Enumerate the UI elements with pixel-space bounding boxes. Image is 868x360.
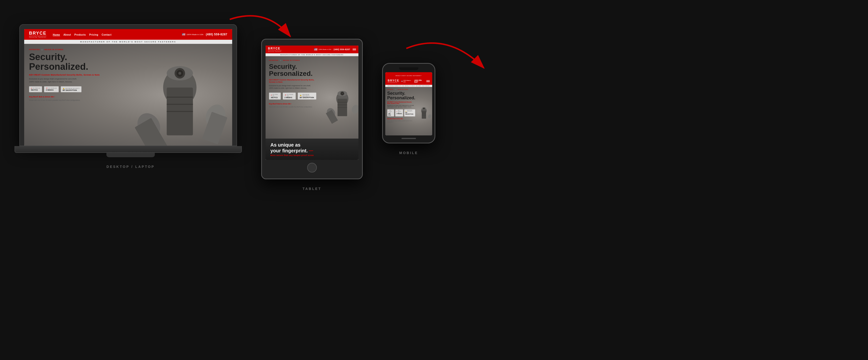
hero-badge: PATENTED | NEVER IN STORES — [29, 49, 138, 50]
mobile-badge-never: NEVER IN STORES — [398, 89, 408, 90]
tablet-hamburger[interactable] — [352, 49, 356, 51]
nav-logo: BRYCE Security Fastener — [29, 31, 46, 38]
hero-subtitle: KEY-REX® Custom Manufactured Security Bo… — [29, 74, 138, 76]
hero-cta[interactable]: Key-Rex® Bolt & Driver Bit › — [29, 96, 138, 98]
tablet-nav-logo: BRYCE Security Fastener — [268, 47, 281, 52]
mobile-stat-pcs-value: 500 PCS — [389, 113, 393, 116]
mobile-hero-cta[interactable]: Key-Rex® Bolt & Driver Bit › — [387, 118, 415, 119]
stat-encryption-label: 🔒 MAXIMUM SECURITY — [63, 87, 80, 89]
tablet-stat-enc: 🔒 MAXIMUM SECURITY BIT ENCRYPTION — [298, 92, 316, 100]
hero-desc: Exclusive-to-you design that's engineere… — [29, 78, 138, 83]
tablet-home-button[interactable] — [307, 163, 317, 172]
tablet-stat-pcs-value: 500 PCS — [271, 96, 279, 99]
tablet-stat-pcs-icon: # — [271, 94, 272, 96]
stat-weeks: ⏱ AS SOON AS 2 WEEKS — [44, 86, 59, 92]
mobile-stat-pcs-icon: # — [389, 111, 389, 112]
tablet-device: BRYCE Security Fastener 🇺🇸 100% Made in … — [261, 39, 363, 191]
laptop-device: BRYCE Security Fastener Home About Produ… — [19, 24, 242, 169]
tablet-stat-enc-value: BIT ENCRYPTION — [300, 96, 314, 99]
made-in-usa-badge: 🇺🇸 100% Made in USA — [182, 33, 204, 36]
nav-products[interactable]: Products — [74, 33, 86, 36]
mobile-stat-enc-value: BIT ENCRYPTION — [405, 112, 414, 115]
mobile-hamburger[interactable] — [426, 80, 430, 82]
mobile-hero-subtitle: KEY-REX® Custom Manufactured Security Bo… — [387, 101, 415, 104]
mobile-stat-enc-icon: 🔒 — [405, 110, 407, 112]
stat-encryption-icon: 🔒 — [63, 87, 65, 89]
mobile-stat-pcs: # AS FEW AS 500 PCS — [387, 109, 394, 116]
tablet-hero-cta[interactable]: Key-Rex® Bolt & Driver Bit › — [269, 103, 316, 105]
tablet-bolts — [321, 56, 359, 139]
badge-divider: | — [42, 49, 42, 50]
nav-links: Home About Products Pricing Contact — [53, 32, 178, 36]
mobile-stat-weeks-icon: ⏱ — [396, 111, 398, 112]
laptop-screen: BRYCE Security Fastener Home About Produ… — [24, 29, 232, 146]
laptop-base — [14, 146, 242, 153]
mobile-made-usa: 🇺🇸 100% Made in USA — [401, 80, 413, 83]
laptop-frame: BRYCE Security Fastener Home About Produ… — [19, 24, 237, 146]
svg-rect-29 — [422, 111, 426, 119]
tablet-hero-badge: PATENTED | NEVER IN STORES — [269, 60, 316, 61]
mobile-hero-content: PATENTED | NEVER IN STORES Security. Per… — [387, 89, 415, 122]
badge-patented: PATENTED — [29, 49, 40, 50]
tablet-hero-stats: # AS FEW AS 500 PCS ⏱ AS SOON AS 2 WEEKS… — [269, 92, 316, 100]
nav-pricing[interactable]: Pricing — [89, 33, 98, 36]
nav-contact[interactable]: Contact — [101, 33, 112, 36]
stat-encryption-value: BIT ENCRYPTION — [63, 89, 80, 91]
mobile-hero-desc: Exclusive-to-you design that's engineere… — [387, 105, 415, 108]
mobile-bolts — [414, 87, 432, 135]
hero-section: PATENTED | NEVER IN STORES Security. Per… — [24, 44, 232, 146]
tablet-bolts-svg — [321, 66, 359, 139]
mobile-device: WORLD'S MOST SECURE FASTENERS™ BRYCE Sec… — [382, 63, 435, 155]
mobile-stat-weeks-value: 2 WEEKS — [396, 113, 402, 114]
tablet-cta-sub: Shown with one of over 55 billion possib… — [269, 106, 316, 108]
svg-point-36 — [428, 114, 432, 119]
tablet-stat-weeks-value: 2 WEEKS — [285, 96, 294, 99]
stat-pcs-icon: # — [31, 87, 32, 89]
mobile-nav-right: 🇺🇸 100% Made in USA (480) 559-8287 — [401, 80, 430, 83]
bolts-svg — [123, 49, 232, 146]
svg-point-23 — [342, 93, 343, 94]
mobile-hero: PATENTED | NEVER IN STORES Security. Per… — [385, 87, 432, 135]
mobile-stat-pcs-label: # AS FEW AS — [389, 110, 393, 113]
mobile-phone[interactable]: (480) 559-8287 — [414, 80, 425, 83]
mobile-stat-weeks: ⏱ AS SOON AS 2 WEEKS — [395, 109, 403, 116]
mobile-hero-stats: # AS FEW AS 500 PCS ⏱ AS SOON AS 2 WEEKS… — [387, 109, 415, 116]
hero-cta-sub: Shown with one of over 55 billion possib… — [29, 99, 138, 101]
nav-about[interactable]: About — [63, 33, 71, 36]
mobile-logo: BRYCE Security Fastener — [388, 79, 399, 83]
nav-phone[interactable]: (480) 559-8287 — [206, 33, 227, 36]
hero-desc-1: Exclusive-to-you design that's engineere… — [29, 78, 138, 80]
mobile-bolts-svg — [414, 89, 432, 135]
tablet-hero-subtitle: KEY-REX® Custom Manufactured Security Bo… — [269, 79, 316, 83]
hero-stats: # AS FEW AS 500 PCS ⏱ AS SOON AS — [29, 86, 138, 92]
tablet-title-1: Security. — [269, 63, 316, 70]
tablet-logo-sub: Security Fastener — [268, 51, 281, 52]
tablet-phone[interactable]: (480) 559-8287 — [334, 48, 350, 51]
tablet-hero-bottom: As unique as your fingerprint. 〰 More se… — [266, 139, 359, 160]
mobile-stat-enc: 🔒 MAXIMUM SECURITY BIT ENCRYPTION — [404, 109, 415, 116]
tablet-made-usa: 🇺🇸 100% Made in USA — [314, 48, 331, 51]
tablet-badge-patented: PATENTED — [269, 60, 278, 61]
mobile-made-usa-text: 100% Made in USA — [403, 80, 413, 83]
mobile-label: MOBILE — [399, 151, 418, 155]
tablet-badge-divider: | — [280, 60, 281, 61]
tablet-badge-never: NEVER IN STORES — [283, 60, 300, 61]
mobile-stat-weeks-label: ⏱ AS SOON AS — [396, 110, 402, 113]
stat-weeks-icon: ⏱ — [46, 87, 48, 89]
tablet-stat-enc-label: 🔒 MAXIMUM SECURITY — [300, 94, 314, 96]
tablet-hero-content: PATENTED | NEVER IN STORES Security. Per… — [269, 60, 316, 108]
badge-never-in-stores: NEVER IN STORES — [44, 49, 64, 50]
mobile-logo-bryce-text: BRYCE — [388, 79, 399, 82]
banner-text: MANUFACTURER OF THE WORLD'S MOST SECURE … — [80, 41, 176, 43]
flag-icon: 🇺🇸 — [182, 33, 186, 36]
tablet-bottom-red: More secure than any tamper-proof screw — [270, 154, 353, 157]
svg-point-35 — [424, 108, 424, 109]
nav-home[interactable]: Home — [53, 33, 60, 36]
tablet-stat-weeks-label: ⏱ AS SOON AS — [285, 94, 294, 96]
tablet-made-usa-text: 100% Made in USA — [318, 49, 331, 50]
mobile-title-2: Personalized. — [387, 96, 415, 100]
tablet-bottom-text-2: your fingerprint. 〰 — [270, 148, 353, 154]
stat-weeks-label: ⏱ AS SOON AS — [46, 87, 57, 89]
stat-pcs: # AS FEW AS 500 PCS — [29, 86, 42, 92]
mobile-top-bar: WORLD'S MOST SECURE FASTENERS™ — [385, 72, 432, 78]
